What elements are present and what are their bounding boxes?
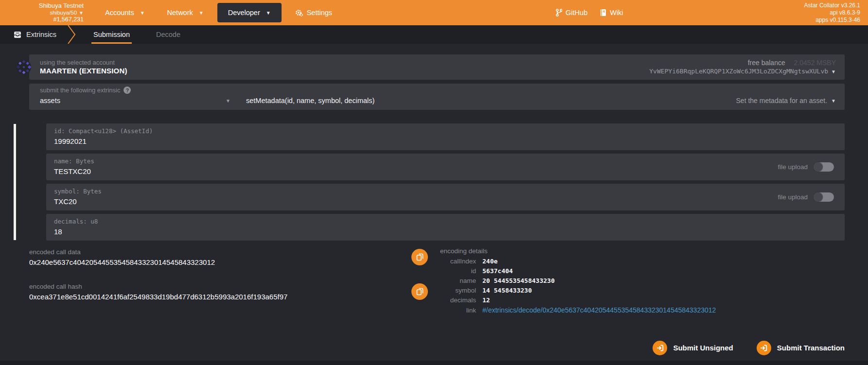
encoded-call-hash-row: encoded call hash 0xcea371e8e51cd0014241… bbox=[29, 282, 428, 303]
menu-accounts[interactable]: Accounts▼ bbox=[96, 4, 154, 21]
api-version: api v8.6.3-9 bbox=[804, 9, 860, 17]
encoding-details: encoding details callIndex240e id5637c40… bbox=[440, 247, 845, 316]
detail-label: decimals bbox=[440, 295, 476, 305]
file-upload-toggle[interactable] bbox=[814, 162, 834, 172]
network-selector[interactable]: Shibuya Testnet shibuya/50▼ #1,567,231 bbox=[15, 2, 84, 23]
network-block-number: #1,567,231 bbox=[15, 16, 84, 23]
tab-decode[interactable]: Decode bbox=[154, 25, 182, 44]
extrinsic-label-row: submit the following extrinsic ? bbox=[40, 87, 836, 94]
params-section: id: Compact<u128> (AssetId) 19992021 nam… bbox=[46, 123, 845, 241]
page-footer bbox=[0, 361, 868, 365]
toggle-knob bbox=[814, 162, 823, 172]
detail-label: callIndex bbox=[440, 257, 476, 266]
detail-row: id5637c404 bbox=[440, 266, 845, 276]
account-name: MAARTEN (EXTENSION) bbox=[40, 67, 127, 76]
pallet-select[interactable]: assets ▼ bbox=[40, 97, 230, 104]
submit-transaction-label: Submit Transaction bbox=[777, 344, 845, 352]
encoded-call-hash-value: 0xcea371e8e51cd0014241f6af2549833d19bd47… bbox=[29, 292, 428, 303]
file-upload-toggle[interactable] bbox=[814, 192, 834, 202]
free-balance-value: 2.0452 MSBY bbox=[794, 59, 836, 67]
version-info: Astar Collator v3.26.1 api v8.6.3-9 apps… bbox=[804, 2, 860, 24]
copy-call-data-button[interactable] bbox=[411, 249, 428, 265]
extrinsic-selects: assets ▼ setMetadata(id, name, symbol, d… bbox=[40, 97, 836, 104]
chevron-down-icon: ▼ bbox=[140, 10, 145, 16]
main-menu: Accounts▼ Network▼ Developer▼ Settings bbox=[96, 0, 341, 25]
param-label: symbol: Bytes bbox=[54, 187, 102, 196]
account-balance-block: free balance 2.0452 MSBY YvWEPYi6BRqpLeK… bbox=[649, 58, 836, 75]
wiki-link[interactable]: Wiki bbox=[600, 9, 623, 17]
file-upload-label: file upload bbox=[778, 193, 808, 201]
identicon[interactable] bbox=[16, 59, 32, 75]
submit-unsigned-label: Submit Unsigned bbox=[673, 344, 733, 352]
network-name: Shibuya Testnet bbox=[15, 2, 84, 9]
param-field-symbol[interactable]: symbol: Bytes TXC20 file upload bbox=[46, 184, 845, 210]
encoded-call-data-value: 0x240e5637c40420544553545843323014545843… bbox=[29, 257, 428, 268]
method-select[interactable]: setMetadata(id, name, symbol, decimals) bbox=[246, 97, 736, 104]
detail-row: name20 5445535458433230 bbox=[440, 276, 845, 286]
account-address: YvWEPYi6BRqpLeKQRQP1XZoWc6JM3LoZDCXgMNgt… bbox=[649, 68, 828, 75]
param-field-decimals[interactable]: decimals: u8 18 bbox=[46, 214, 845, 241]
param-label: decimals: u8 bbox=[54, 217, 98, 226]
encoding-details-title: encoding details bbox=[440, 247, 845, 255]
detail-row-link: link#/extrinsics/decode/0x240e5637c40420… bbox=[440, 305, 845, 315]
detail-row: symbol14 5458433230 bbox=[440, 286, 845, 295]
copy-icon bbox=[416, 253, 424, 261]
detail-label: link bbox=[440, 306, 476, 315]
detail-row: decimals12 bbox=[440, 295, 845, 305]
top-bar: Shibuya Testnet shibuya/50▼ #1,567,231 A… bbox=[0, 0, 868, 25]
detail-row: callIndex240e bbox=[440, 257, 845, 266]
copy-call-hash-button[interactable] bbox=[411, 283, 428, 300]
tabs: Submission Decode bbox=[91, 25, 205, 44]
param-field-name[interactable]: name: Bytes TESTXC20 file upload bbox=[46, 154, 845, 180]
node-version: Astar Collator v3.26.1 bbox=[804, 2, 860, 9]
top-links: GitHub Wiki bbox=[556, 9, 623, 17]
account-address-dropdown[interactable]: YvWEPYi6BRqpLeKQRQP1XZoWc6JM3LoZDCXgMNgt… bbox=[649, 68, 836, 76]
submit-unsigned-button[interactable]: Submit Unsigned bbox=[653, 341, 733, 355]
main-content: using the selected account MAARTEN (EXTE… bbox=[0, 44, 868, 361]
encoded-call-hash-label: encoded call hash bbox=[29, 282, 428, 292]
file-upload-label: file upload bbox=[778, 163, 808, 171]
param-field-id[interactable]: id: Compact<u128> (AssetId) 19992021 bbox=[46, 123, 845, 150]
extrinsic-label: submit the following extrinsic bbox=[40, 87, 120, 94]
app-window: Shibuya Testnet shibuya/50▼ #1,567,231 A… bbox=[0, 0, 868, 365]
chevron-down-icon: ▼ bbox=[266, 10, 271, 16]
sign-in-icon bbox=[653, 341, 667, 355]
param-value[interactable]: 19992021 bbox=[54, 136, 153, 147]
tab-submission[interactable]: Submission bbox=[91, 25, 132, 44]
action-buttons: Submit Unsigned Submit Transaction bbox=[29, 341, 845, 355]
question-icon[interactable]: ? bbox=[124, 87, 131, 94]
encoded-call-data-row: encoded call data 0x240e5637c40420544553… bbox=[29, 247, 428, 268]
apps-version: apps v0.115.3-46 bbox=[804, 17, 860, 24]
free-balance-row: free balance 2.0452 MSBY bbox=[649, 58, 836, 67]
detail-value: 14 5458433230 bbox=[482, 286, 532, 295]
account-card: using the selected account MAARTEN (EXTE… bbox=[29, 54, 845, 80]
chevron-down-icon: ▼ bbox=[79, 10, 84, 16]
chevron-down-icon: ▼ bbox=[199, 10, 204, 16]
param-value[interactable]: TXC20 bbox=[54, 196, 102, 208]
submit-transaction-button[interactable]: Submit Transaction bbox=[757, 341, 845, 355]
method-description-dropdown[interactable]: Set the metadata for an asset. ▼ bbox=[736, 97, 836, 104]
menu-developer[interactable]: Developer▼ bbox=[217, 3, 282, 22]
chevron-down-icon: ▼ bbox=[226, 98, 230, 104]
method-description: Set the metadata for an asset. bbox=[736, 97, 828, 104]
gear-icon bbox=[295, 9, 303, 17]
toggle-knob bbox=[814, 192, 823, 202]
params-indicator bbox=[14, 124, 16, 240]
detail-value: 5637c404 bbox=[482, 267, 513, 276]
output-section: encoded call data 0x240e5637c40420544553… bbox=[29, 247, 845, 316]
selected-account[interactable]: using the selected account MAARTEN (EXTE… bbox=[40, 59, 127, 76]
tab-bar: Extrinsics Submission Decode bbox=[0, 25, 868, 44]
param-label: id: Compact<u128> (AssetId) bbox=[54, 127, 153, 136]
decode-link[interactable]: #/extrinsics/decode/0x240e5637c404205445… bbox=[482, 305, 716, 315]
chevron-down-icon: ▼ bbox=[831, 69, 836, 74]
inbox-icon bbox=[14, 31, 21, 38]
github-link[interactable]: GitHub bbox=[556, 9, 587, 17]
menu-network[interactable]: Network▼ bbox=[159, 4, 213, 21]
detail-value: 20 5445535458433230 bbox=[482, 277, 555, 286]
menu-settings[interactable]: Settings bbox=[286, 4, 341, 21]
param-value[interactable]: TESTXC20 bbox=[54, 166, 94, 177]
param-value[interactable]: 18 bbox=[54, 226, 98, 238]
extrinsic-card: submit the following extrinsic ? assets … bbox=[29, 84, 845, 110]
detail-value: 12 bbox=[482, 296, 490, 305]
file-upload-control: file upload bbox=[778, 192, 834, 202]
